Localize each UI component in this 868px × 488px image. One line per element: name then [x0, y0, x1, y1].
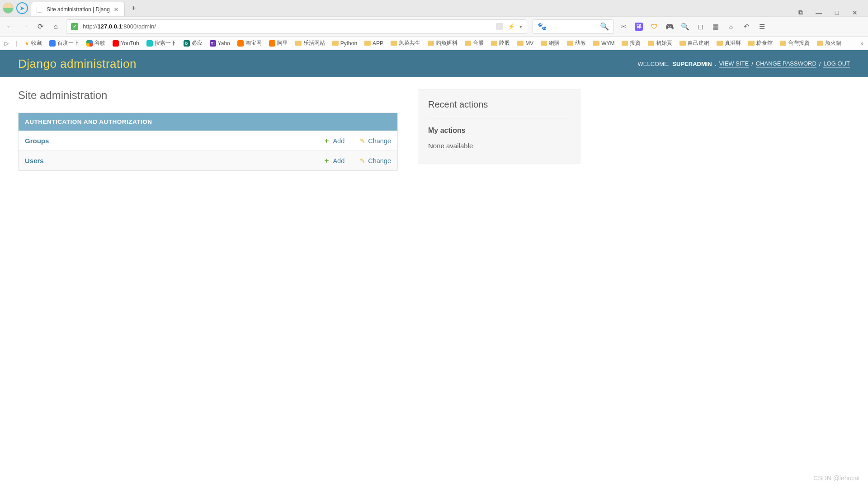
bookmarks-play-icon[interactable]: ▷: [5, 40, 9, 47]
bookmark-icon: [146, 40, 153, 47]
bookmark-icon: [748, 41, 755, 46]
home-button[interactable]: ⌂: [51, 22, 61, 32]
forward-button[interactable]: →: [20, 22, 30, 32]
location-icon[interactable]: ➤: [16, 2, 28, 14]
bookmark-label: 搜索一下: [155, 39, 176, 47]
bookmark-item[interactable]: 台股: [465, 39, 484, 47]
minimize-icon[interactable]: —: [815, 9, 823, 16]
bookmark-item[interactable]: 自己建網: [679, 39, 709, 47]
recent-actions-sidebar: Recent actions My actions None available: [418, 89, 580, 164]
bookmark-label: 阿里: [277, 39, 288, 47]
user-links: WELCOME, SUPERADMIN. VIEW SITE / CHANGE …: [638, 60, 850, 68]
bookmark-item[interactable]: 糖食館: [748, 39, 773, 47]
add-users-link[interactable]: ＋Add: [323, 156, 344, 165]
reload-button[interactable]: ⟳: [35, 22, 45, 32]
bookmark-icon: [567, 41, 573, 46]
bookmark-item[interactable]: 谷歌: [86, 39, 105, 47]
bookmark-label: 台股: [473, 39, 484, 47]
magnify-icon[interactable]: 🔍: [681, 23, 689, 31]
menu-icon[interactable]: ☰: [758, 23, 766, 31]
profile-avatar[interactable]: [3, 3, 14, 14]
bookmarks-overflow[interactable]: »: [860, 40, 863, 47]
bookmark-item[interactable]: 搜索一下: [146, 39, 176, 47]
page-icon: [37, 6, 43, 13]
bookmark-label: Yaho: [218, 40, 230, 47]
window-controls: ⧉ — □ ✕: [797, 9, 865, 16]
bookmark-item[interactable]: 台灣投資: [780, 39, 810, 47]
model-link-users[interactable]: Users: [25, 157, 44, 164]
secondary-search[interactable]: 🐾 🔍: [533, 19, 614, 34]
translate-icon[interactable]: 译: [635, 23, 643, 31]
recent-empty-text: None available: [428, 142, 570, 150]
browser-tab-active[interactable]: Site administration | Djang ✕: [31, 2, 125, 16]
change-password-link[interactable]: CHANGE PASSWORD: [756, 60, 816, 68]
qr-icon[interactable]: [496, 23, 503, 30]
bookmark-item[interactable]: 百度一下: [49, 39, 79, 47]
bookmark-label: WYM: [601, 40, 614, 47]
view-site-link[interactable]: VIEW SITE: [719, 60, 749, 68]
chevron-down-icon[interactable]: ▾: [519, 23, 522, 30]
bookmark-item[interactable]: WYM: [593, 40, 614, 47]
maximize-icon[interactable]: □: [833, 9, 841, 16]
bookmark-item[interactable]: YouTub: [113, 40, 139, 47]
new-tab-button[interactable]: +: [127, 2, 140, 14]
model-row-users: Users ＋Add ✎Change: [19, 150, 397, 170]
bookmark-label: 乐活网站: [303, 39, 325, 47]
undo-icon[interactable]: ↶: [742, 23, 750, 31]
bookmark-item[interactable]: 幼教: [567, 39, 586, 47]
bookmark-item[interactable]: ★收藏: [24, 39, 42, 47]
bookmark-label: 淘宝网: [245, 39, 262, 47]
bookmark-item[interactable]: Y!Yaho: [210, 40, 230, 47]
divider: [428, 118, 570, 118]
add-groups-link[interactable]: ＋Add: [323, 136, 344, 145]
bookmark-label: 初始頁: [656, 39, 672, 47]
square-icon[interactable]: ◻: [696, 23, 704, 31]
bookmark-item[interactable]: 網購: [541, 39, 560, 47]
sun-icon[interactable]: ☼: [727, 23, 735, 31]
bookmark-icon: [391, 41, 397, 46]
bookmark-item[interactable]: 魚菜共生: [391, 39, 420, 47]
scissors-icon[interactable]: ✂: [619, 23, 627, 31]
welcome-text: WELCOME,: [638, 61, 670, 67]
bookmark-item[interactable]: 阿里: [269, 39, 288, 47]
back-button[interactable]: ←: [5, 22, 14, 32]
logout-link[interactable]: LOG OUT: [823, 60, 850, 68]
gamepad-icon[interactable]: 🎮: [665, 23, 674, 31]
sep: /: [751, 61, 753, 67]
lightning-icon[interactable]: ⚡: [508, 23, 515, 30]
grid-icon[interactable]: ▦: [712, 23, 720, 31]
bookmark-icon: [491, 41, 497, 46]
search-icon: 🔍: [600, 22, 609, 31]
bookmark-item[interactable]: 真澄酥: [717, 39, 741, 47]
address-bar[interactable]: http://127.0.0.1:8000/admin/ ⚡ ▾: [66, 19, 527, 34]
bookmark-item[interactable]: APP: [364, 40, 383, 47]
tab-close-icon[interactable]: ✕: [113, 6, 119, 13]
shield-icon: [71, 23, 78, 30]
model-link-groups[interactable]: Groups: [25, 137, 49, 145]
close-window-icon[interactable]: ✕: [851, 9, 859, 16]
pip-icon[interactable]: ⧉: [797, 9, 805, 16]
shield-ext-icon[interactable]: 🛡: [650, 23, 658, 31]
admin-header: Django administration WELCOME, SUPERADMI…: [0, 50, 868, 77]
bookmark-item[interactable]: 陸股: [491, 39, 510, 47]
paw-icon: 🐾: [538, 22, 547, 31]
bookmark-item[interactable]: 魚火鍋: [817, 39, 841, 47]
bookmark-item[interactable]: b必应: [184, 39, 203, 47]
bookmark-item[interactable]: 投資: [622, 39, 641, 47]
bookmark-icon: [295, 41, 302, 46]
bookmark-label: 糖食館: [756, 39, 773, 47]
bookmark-item[interactable]: 淘宝网: [237, 39, 262, 47]
change-groups-link[interactable]: ✎Change: [360, 136, 391, 145]
bookmark-icon: b: [184, 40, 190, 47]
bookmark-item[interactable]: 釣魚餌料: [428, 39, 458, 47]
bookmark-item[interactable]: 乐活网站: [295, 39, 325, 47]
bookmark-label: 幼教: [575, 39, 586, 47]
bookmark-item[interactable]: 初始頁: [648, 39, 672, 47]
bookmark-item[interactable]: MV: [517, 40, 533, 47]
bookmark-label: 魚火鍋: [825, 39, 841, 47]
browser-chrome: ➤ Site administration | Djang ✕ + ⧉ — □ …: [0, 0, 868, 50]
change-users-link[interactable]: ✎Change: [360, 156, 391, 165]
bookmark-item[interactable]: Python: [332, 40, 357, 47]
brand-title: Django administration: [18, 57, 137, 71]
add-label: Add: [333, 137, 344, 145]
